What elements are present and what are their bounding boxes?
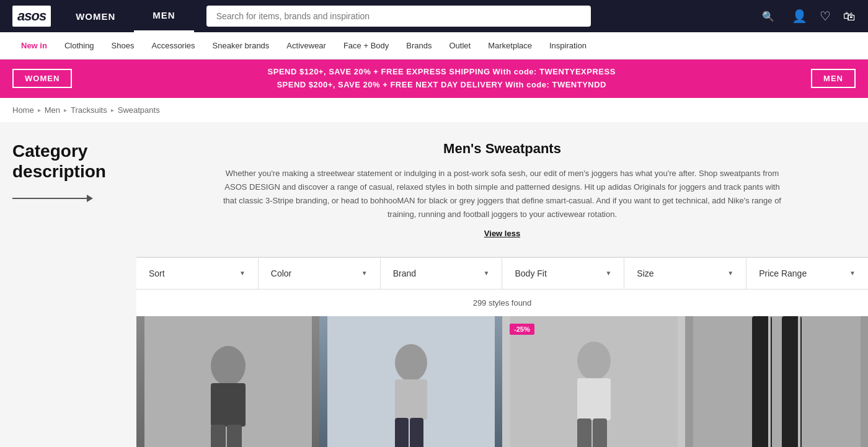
nav-activewear[interactable]: Activewear — [278, 32, 335, 60]
filter-price-range[interactable]: Price Range ▼ — [746, 257, 868, 290]
nav-outlet[interactable]: Outlet — [440, 32, 479, 60]
product-badge: -25% — [510, 324, 534, 335]
sidebar-arrow — [12, 195, 124, 202]
breadcrumb-sep-2: ▸ — [64, 107, 67, 113]
nav-marketplace[interactable]: Marketplace — [479, 32, 541, 60]
nav-new-in[interactable]: New in — [12, 32, 56, 60]
nav-shoes[interactable]: Shoes — [103, 32, 143, 60]
filter-sort-chevron: ▼ — [239, 270, 246, 277]
category-text: Whether you're making a streetwear state… — [223, 167, 781, 221]
results-count: 299 styles found — [136, 290, 868, 316]
svg-rect-21 — [693, 316, 861, 447]
nav-accessories[interactable]: Accessories — [143, 32, 203, 60]
secondary-nav: New in Clothing Shoes Accessories Sneake… — [0, 32, 868, 60]
nav-inspiration[interactable]: Inspiration — [541, 32, 595, 60]
svg-rect-24 — [768, 316, 771, 447]
main-nav: WOMEN MEN — [57, 0, 194, 32]
filter-color-chevron: ▼ — [361, 270, 368, 277]
product-image — [685, 316, 868, 447]
svg-point-15 — [577, 342, 611, 380]
product-card[interactable]: -25% — [502, 316, 685, 447]
search-input[interactable] — [206, 6, 591, 27]
header-icons: 👤 ♡ 🛍 — [792, 9, 856, 24]
wishlist-icon[interactable]: ♡ — [820, 9, 831, 24]
filters-bar: Sort ▼ Color ▼ Brand ▼ Body Fit ▼ Size ▼… — [136, 257, 868, 290]
product-card[interactable] — [136, 316, 319, 447]
arrow-head — [87, 195, 93, 202]
filter-body-fit-chevron: ▼ — [605, 270, 611, 277]
breadcrumb-men[interactable]: Men — [45, 105, 60, 115]
category-title: Men's Sweatpants — [174, 141, 831, 157]
left-sidebar: Category description — [0, 122, 136, 447]
product-image — [136, 316, 319, 447]
main-content: Men's Sweatpants Whether you're making a… — [136, 122, 868, 447]
svg-rect-9 — [395, 379, 427, 420]
nav-brands[interactable]: Brands — [397, 32, 440, 60]
svg-rect-18 — [593, 418, 607, 447]
logo[interactable]: asos — [12, 6, 51, 27]
promo-text: SPEND $120+, SAVE 20% + FREE EXPRESS SHI… — [72, 66, 811, 92]
filter-color[interactable]: Color ▼ — [259, 257, 381, 290]
breadcrumb-home[interactable]: Home — [12, 105, 34, 115]
search-icon[interactable]: 🔍 — [762, 11, 774, 22]
filter-price-range-chevron: ▼ — [849, 270, 856, 277]
nav-clothing[interactable]: Clothing — [56, 32, 103, 60]
breadcrumb-tracksuits[interactable]: Tracksuits — [71, 105, 107, 115]
sidebar-title: Category description — [12, 141, 124, 182]
arrow-line — [12, 198, 87, 199]
svg-rect-4 — [227, 425, 242, 447]
svg-rect-25 — [798, 316, 800, 447]
filter-brand-chevron: ▼ — [484, 270, 490, 277]
promo-banner: WOMEN SPEND $120+, SAVE 20% + FREE EXPRE… — [0, 60, 868, 98]
content-area: Category description Men's Sweatpants Wh… — [0, 122, 868, 447]
nav-face-body[interactable]: Face + Body — [335, 32, 397, 60]
nav-sneaker-brands[interactable]: Sneaker brands — [204, 32, 278, 60]
category-description: Men's Sweatpants Whether you're making a… — [136, 122, 868, 257]
bag-icon[interactable]: 🛍 — [843, 9, 856, 24]
breadcrumb-current: Sweatpants — [118, 105, 160, 115]
filter-size[interactable]: Size ▼ — [624, 257, 746, 290]
filter-body-fit[interactable]: Body Fit ▼ — [502, 257, 624, 290]
filter-sort[interactable]: Sort ▼ — [136, 257, 259, 290]
svg-rect-2 — [211, 383, 246, 427]
filter-brand[interactable]: Brand ▼ — [381, 257, 503, 290]
product-image — [502, 316, 685, 447]
svg-point-1 — [211, 346, 246, 386]
account-icon[interactable]: 👤 — [792, 9, 807, 24]
svg-rect-17 — [577, 418, 591, 447]
svg-point-8 — [395, 344, 427, 381]
product-image — [319, 316, 502, 447]
product-card[interactable] — [685, 316, 868, 447]
promo-men-button[interactable]: MEN — [811, 69, 856, 88]
svg-rect-16 — [577, 378, 611, 420]
search-bar: 🔍 — [206, 6, 779, 27]
header: asos WOMEN MEN 🔍 👤 ♡ 🛍 — [0, 0, 868, 32]
breadcrumb-sep-3: ▸ — [111, 107, 114, 113]
svg-rect-11 — [410, 418, 423, 447]
filter-size-chevron: ▼ — [727, 270, 733, 277]
breadcrumb-sep-1: ▸ — [38, 107, 41, 113]
breadcrumb: Home ▸ Men ▸ Tracksuits ▸ Sweatpants — [0, 98, 868, 122]
nav-men[interactable]: MEN — [134, 0, 193, 32]
svg-rect-3 — [211, 425, 226, 447]
view-less-link[interactable]: View less — [174, 229, 831, 238]
product-card[interactable] — [319, 316, 502, 447]
nav-women[interactable]: WOMEN — [57, 0, 134, 32]
svg-rect-10 — [395, 418, 409, 447]
product-grid: -25% — [136, 316, 868, 447]
promo-women-button[interactable]: WOMEN — [12, 69, 72, 88]
